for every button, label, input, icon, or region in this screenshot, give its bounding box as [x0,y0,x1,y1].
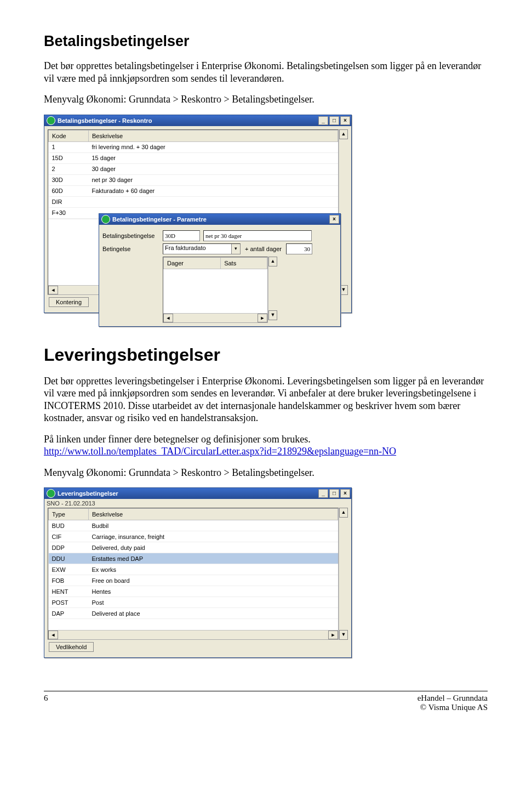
hscrollbar[interactable]: ◄► [48,630,338,639]
col-type[interactable]: Type [49,509,89,520]
col-beskrivelse[interactable]: Beskrivelse [89,509,338,520]
close-button[interactable]: × [329,215,339,224]
heading-betalingsbetingelser: Betalingsbetingelser [44,33,488,50]
table-row[interactable]: HENTHentes [49,586,338,597]
hscrollbar[interactable]: ◄► [163,313,267,322]
table-row[interactable]: BUDBudbil [49,520,338,531]
close-button[interactable]: × [340,489,350,498]
app-icon [47,116,55,125]
para-levering-1: Det bør opprettes leveringsbetingelser i… [44,375,488,424]
label-betalingsbetingelse: Betalingsbetingelse [102,232,163,239]
table-row[interactable]: DIR [49,196,338,207]
kontering-button[interactable]: Kontering [49,297,89,307]
chevron-down-icon[interactable]: ▾ [231,244,240,254]
para-levering-menu: Menyvalg Økonomi: Grunndata > Reskontro … [44,467,488,479]
col-beskrivelse[interactable]: Beskrivelse [89,130,338,141]
minimize-button[interactable]: _ [318,116,328,125]
para-betalings-menu: Menyvalg Økonomi: Grunndata > Reskontro … [44,93,488,106]
window-title: Betalingsbetingelser - Reskontro [58,117,317,124]
label-betingelse: Betingelse [102,246,163,252]
app-icon [101,215,110,224]
para-levering-link: På linken under finner dere betegnelser … [44,433,488,458]
minimize-button[interactable]: _ [318,489,328,498]
vscrollbar[interactable]: ▲▼ [339,508,348,640]
page-footer: 6 eHandel – Grunndata © Visma Unique AS [44,691,488,714]
vedlikehold-button[interactable]: Vedlikehold [49,642,94,652]
vscrollbar[interactable]: ▲▼ [268,257,277,320]
window-leveringsbetingelser: Leveringsbetingelser _ □ × SNO - 21.02.2… [44,487,352,658]
table-row[interactable]: 15D15 dager [49,152,338,163]
maximize-button[interactable]: □ [329,489,339,498]
label-antall-dager: + antall dager [245,246,282,252]
window-title: Betalingsbetingelser - Parametre [112,216,328,223]
para-betalings-1: Det bør opprettes betalingsbetingelser i… [44,60,488,84]
toll-link[interactable]: http://www.toll.no/templates_TAD/Circula… [44,446,396,457]
table-row[interactable]: 230 dager [49,163,338,174]
page-number: 6 [44,694,55,712]
table-row[interactable]: 30Dnet pr 30 dager [49,174,338,185]
table-row[interactable]: FOBFree on board [49,575,338,586]
table-row[interactable]: DDUErstattes med DAP [49,553,338,564]
window-title: Leveringsbetingelser [58,490,317,497]
table-row[interactable]: CIFCarriage, insurance, freight [49,531,338,542]
footer-line2: © Visma Unique AS [420,703,488,712]
col-kode[interactable]: Kode [49,130,89,141]
footer-line1: eHandel – Grunndata [418,694,488,702]
table-row[interactable]: 1fri levering mnd. + 30 dager [49,141,338,152]
col-sats[interactable]: Sats [221,257,267,269]
combo-betingelse[interactable]: Fra fakturadato ▾ [163,243,241,254]
table-row[interactable]: DAPDelivered at place [49,608,338,619]
col-dager[interactable]: Dager [164,257,221,269]
table-row[interactable]: 60DFakturadato + 60 dager [49,185,338,196]
window-subinfo: SNO - 21.02.2013 [44,499,351,508]
heading-leveringsbetingelser: Leveringsbetingelser [44,345,488,365]
table-row[interactable]: EXWEx works [49,564,338,575]
maximize-button[interactable]: □ [329,116,339,125]
close-button[interactable]: × [340,116,350,125]
app-icon [47,489,55,498]
window-betalings-parametre: Betalingsbetingelser - Parametre × Betal… [99,213,341,327]
table-row[interactable]: POSTPost [49,597,338,608]
table-row[interactable]: DDPDelivered, duty paid [49,542,338,553]
input-desc[interactable] [203,230,312,241]
input-code[interactable] [163,230,200,241]
input-antall-dager[interactable] [286,243,312,254]
